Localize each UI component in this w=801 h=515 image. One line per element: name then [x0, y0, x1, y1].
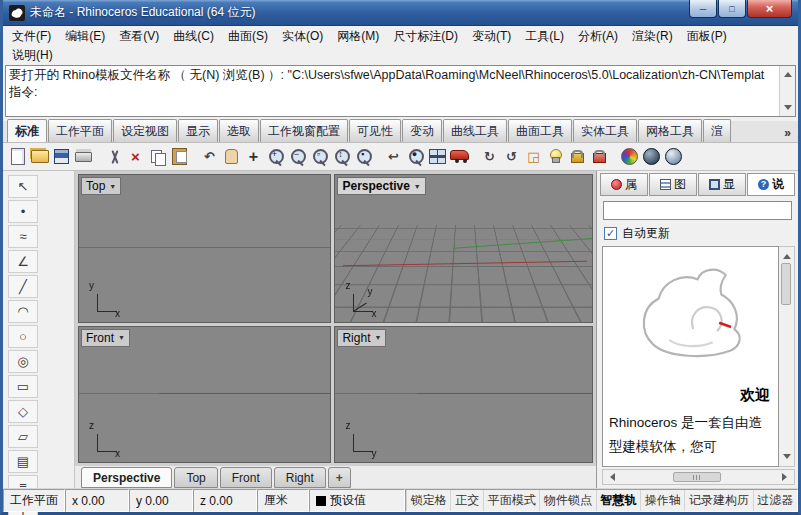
viewport-tab[interactable]: Top [174, 467, 217, 488]
statusbar-toggle[interactable]: 正交 [450, 490, 483, 511]
viewport-right[interactable]: Right ▼ z y [334, 326, 593, 463]
scroll-down-icon[interactable] [784, 105, 792, 114]
save-icon[interactable] [51, 146, 72, 167]
menu-item[interactable]: 实体(O) [275, 26, 330, 47]
auto-update-checkbox[interactable]: ✓ [604, 227, 617, 240]
line-icon[interactable]: ╱ [8, 275, 38, 298]
scrollbar-thumb[interactable] [781, 263, 791, 305]
menu-item[interactable]: 编辑(E) [58, 26, 112, 47]
chevron-down-icon[interactable]: ▼ [109, 183, 116, 190]
help-vertical-scrollbar[interactable] [779, 246, 795, 467]
scroll-up-icon[interactable] [783, 250, 791, 259]
select-icon[interactable]: ↖ [8, 175, 38, 198]
minimize-button[interactable]: ─ [689, 0, 717, 18]
cut-icon[interactable] [103, 146, 124, 167]
scrollbar-thumb[interactable] [673, 472, 721, 482]
open-file-icon[interactable] [29, 146, 50, 167]
statusbar-toggle[interactable]: 物件锁点 [539, 490, 595, 511]
render-icon[interactable] [641, 146, 662, 167]
viewport-top[interactable]: Top ▼ y x [78, 174, 331, 323]
surface-icon[interactable]: ▤ [8, 450, 38, 473]
undo-view-icon[interactable]: ↩ [383, 146, 404, 167]
named-view-icon[interactable] [449, 146, 470, 167]
help-search-input[interactable] [603, 201, 792, 220]
viewport-perspective[interactable]: Perspective ▼ z x y [334, 174, 593, 323]
toolbar-tab[interactable]: 变动 [402, 119, 442, 142]
rectangle-icon[interactable]: ▭ [8, 375, 38, 398]
toolbar-tab[interactable]: 标准 [7, 119, 47, 142]
toolbar-tab[interactable]: 显示 [178, 119, 218, 142]
print-icon[interactable] [73, 146, 94, 167]
arc-icon[interactable]: ◠ [8, 300, 38, 323]
viewport-front-label[interactable]: Front ▼ [81, 329, 130, 347]
menu-item[interactable]: 说明(H) [5, 45, 60, 66]
spin-view-icon[interactable]: ↺ [501, 146, 522, 167]
delete-icon[interactable]: × [125, 146, 146, 167]
toolbar-tab[interactable]: 网格工具 [638, 119, 702, 142]
units-indicator[interactable]: 厘米 [257, 489, 309, 512]
toolbar-tab[interactable]: 渲 [703, 119, 731, 142]
color-wheel-icon[interactable] [619, 146, 640, 167]
menu-item[interactable]: 文件(F) [5, 26, 58, 47]
scroll-down-icon[interactable] [783, 454, 791, 463]
zoom-out-icon[interactable]: − [287, 146, 308, 167]
viewport-top-label[interactable]: Top ▼ [81, 177, 121, 195]
statusbar-toggle[interactable]: 记录建构历 [684, 490, 752, 511]
rotate-view-icon[interactable]: ↻ [479, 146, 500, 167]
menu-item[interactable]: 网格(M) [330, 26, 386, 47]
menu-item[interactable]: 变动(T) [465, 26, 518, 47]
zoom-in-icon[interactable]: + [265, 146, 286, 167]
paste-icon[interactable] [169, 146, 190, 167]
zoom-dynamic-icon[interactable]: ↕ [331, 146, 352, 167]
tab-help[interactable]: 说 [747, 173, 795, 196]
menu-item[interactable]: 曲面(S) [221, 26, 275, 47]
menu-item[interactable]: 面板(P) [680, 26, 734, 47]
zoom-extents-icon[interactable]: ▪ [353, 146, 374, 167]
help-horizontal-scrollbar[interactable] [602, 469, 795, 485]
statusbar-toggle[interactable]: 平面模式 [483, 490, 539, 511]
lock-icon[interactable] [567, 146, 588, 167]
toolbar-tab[interactable]: 工作视窗配置 [260, 119, 348, 142]
ellipse-icon[interactable]: ◎ [8, 350, 38, 373]
pan-icon[interactable] [221, 146, 242, 167]
chevron-down-icon[interactable]: ▼ [414, 183, 421, 190]
shaded-view-icon[interactable] [663, 146, 684, 167]
curve-icon[interactable]: ≈ [8, 225, 38, 248]
viewport-tab[interactable]: Front [220, 467, 272, 488]
tab-layers[interactable]: 图 [649, 173, 697, 196]
menu-item[interactable]: 查看(V) [112, 26, 166, 47]
viewport-perspective-label[interactable]: Perspective ▼ [337, 177, 425, 195]
copy-icon[interactable] [147, 146, 168, 167]
polyline-icon[interactable]: ∠ [8, 250, 38, 273]
command-prompt[interactable]: 指令: [9, 84, 777, 101]
toolbar-tab[interactable]: 设定视图 [113, 119, 177, 142]
viewport-front[interactable]: Front ▼ z x [78, 326, 331, 463]
point-icon[interactable]: • [8, 200, 38, 223]
circle-icon[interactable]: ○ [8, 325, 38, 348]
viewport-right-label[interactable]: Right ▼ [337, 329, 386, 347]
new-file-icon[interactable] [7, 146, 28, 167]
toolbar-tab[interactable]: 曲线工具 [443, 119, 507, 142]
menu-item[interactable]: 曲线(C) [166, 26, 221, 47]
viewport-layout-icon[interactable] [427, 146, 448, 167]
chevron-down-icon[interactable]: ▼ [374, 334, 381, 341]
tab-properties[interactable]: 属 [600, 173, 648, 196]
plane-icon[interactable]: ▱ [8, 425, 38, 448]
toolbar-tab[interactable]: 选取 [219, 119, 259, 142]
menu-item[interactable]: 尺寸标注(D) [386, 26, 465, 47]
statusbar-toggle[interactable]: 操作轴 [640, 490, 684, 511]
viewport-tab[interactable]: Perspective [81, 467, 172, 488]
move-icon[interactable]: + [243, 146, 264, 167]
layer-indicator[interactable]: 预设值 [309, 489, 405, 512]
set-view-icon[interactable]: ◲ [523, 146, 544, 167]
statusbar-toggle[interactable]: 智慧轨 [596, 490, 640, 511]
maximize-button[interactable]: □ [718, 0, 746, 18]
scroll-left-icon[interactable] [606, 473, 615, 481]
tab-overflow-chevron-icon[interactable]: » [781, 126, 794, 142]
chevron-down-icon[interactable]: ▼ [118, 334, 125, 341]
lamp-icon[interactable] [545, 146, 566, 167]
toolbar-tab[interactable]: 可见性 [349, 119, 401, 142]
close-button[interactable]: × [747, 0, 792, 18]
polygon-icon[interactable]: ◇ [8, 400, 38, 423]
scroll-up-icon[interactable] [784, 68, 792, 77]
